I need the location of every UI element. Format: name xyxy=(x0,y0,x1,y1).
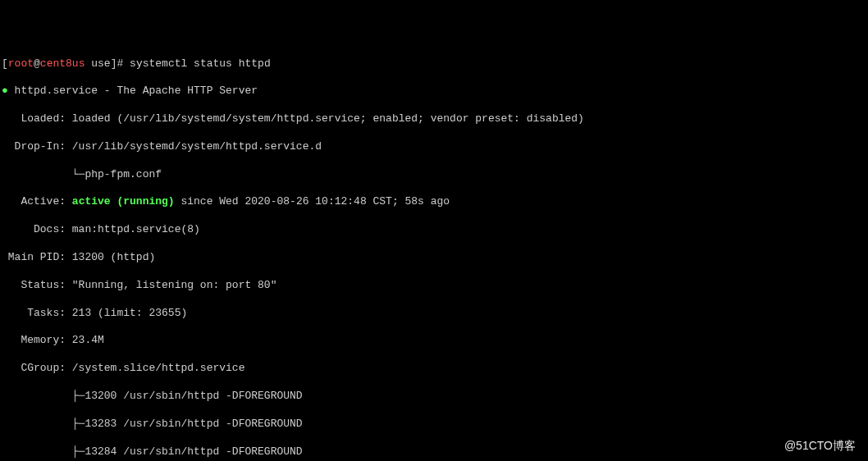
watermark: @51CTO博客 xyxy=(784,438,856,453)
active-line: Active: active (running) since Wed 2020-… xyxy=(2,195,866,209)
status-line: Status: "Running, listening on: port 80" xyxy=(2,279,866,293)
bullet-icon: ● xyxy=(2,84,15,97)
prompt-line-1[interactable]: [root@cent8us use]# systemctl status htt… xyxy=(2,57,866,71)
dropin-line-2: └─php-fpm.conf xyxy=(2,168,866,182)
docs-line: Docs: man:httpd.service(8) xyxy=(2,223,866,237)
process-line: ├─13200 /usr/sbin/httpd -DFOREGROUND xyxy=(2,390,866,404)
prompt-host: cent8us xyxy=(40,57,85,70)
unit-name: httpd.service - The Apache HTTP Server xyxy=(15,84,258,97)
active-label: Active: xyxy=(2,195,72,208)
cgroup-line: CGroup: /system.slice/httpd.service xyxy=(2,362,866,376)
prompt-user: root xyxy=(8,57,34,70)
prompt-path: use xyxy=(91,57,110,70)
prompt-at: @ xyxy=(34,57,40,70)
unit-header: ● httpd.service - The Apache HTTP Server xyxy=(2,84,866,98)
dropin-line-1: Drop-In: /usr/lib/systemd/system/httpd.s… xyxy=(2,140,866,154)
prompt-open: [ xyxy=(2,57,8,70)
process-line: ├─13283 /usr/sbin/httpd -DFOREGROUND xyxy=(2,418,866,431)
prompt-close: ]# xyxy=(111,57,130,70)
process-line: ├─13284 /usr/sbin/httpd -DFOREGROUND xyxy=(2,445,866,459)
command-text: systemctl status httpd xyxy=(130,57,271,70)
active-status: active (running) xyxy=(72,195,175,208)
active-since: since Wed 2020-08-26 10:12:48 CST; 58s a… xyxy=(175,195,450,208)
memory-line: Memory: 23.4M xyxy=(2,334,866,348)
tasks-line: Tasks: 213 (limit: 23655) xyxy=(2,307,866,321)
loaded-line: Loaded: loaded (/usr/lib/systemd/system/… xyxy=(2,112,866,126)
mainpid-line: Main PID: 13200 (httpd) xyxy=(2,251,866,265)
